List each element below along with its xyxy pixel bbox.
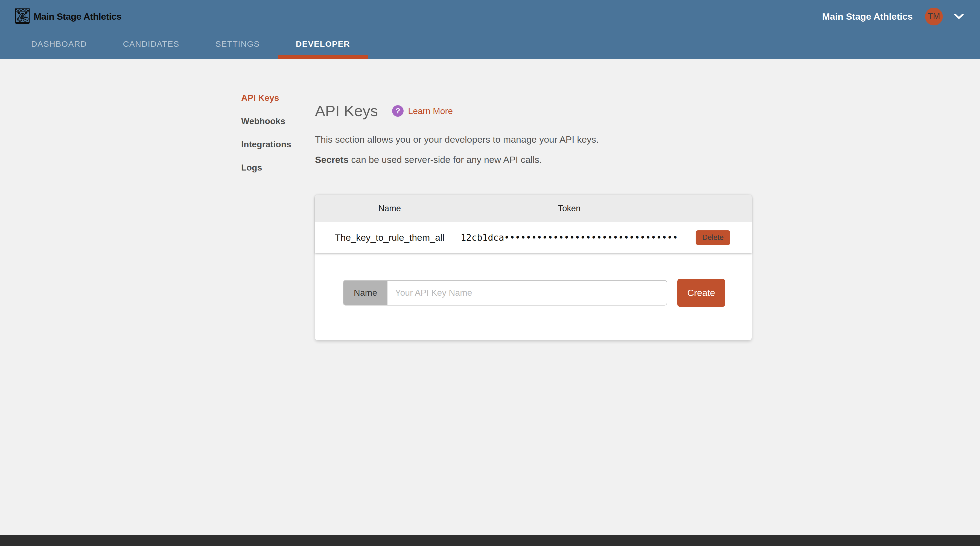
chevron-down-icon[interactable] <box>954 14 964 19</box>
token-mask: •••••••••••••••••••••••••••••••• <box>504 232 678 243</box>
content-area: API Keys Webhooks Integrations Logs API … <box>0 59 980 340</box>
api-key-name: The_key_to_rule_them_all <box>335 232 445 243</box>
sidebar-item-api-keys[interactable]: API Keys <box>241 93 315 103</box>
table-header-row: Name Token <box>315 195 752 222</box>
sidebar-item-integrations[interactable]: Integrations <box>241 140 315 149</box>
token-prefix: 12cb1dca <box>461 232 504 243</box>
api-key-token: 12cb1dca•••••••••••••••••••••••••••••••• <box>461 232 678 243</box>
screen: Main Stage Athletics Main Stage Athletic… <box>0 0 980 546</box>
secrets-note-bold: Secrets <box>315 154 348 165</box>
tab-developer[interactable]: DEVELOPER <box>278 33 368 59</box>
avatar-initials: TM <box>928 11 940 21</box>
brand-logo-text: Main Stage Athletics <box>33 11 121 22</box>
page-title: API Keys <box>315 102 378 120</box>
api-key-name-input[interactable] <box>387 281 667 305</box>
sidebar-item-webhooks[interactable]: Webhooks <box>241 116 315 126</box>
tab-dashboard[interactable]: DASHBOARD <box>13 33 105 59</box>
column-header-token: Token <box>558 203 581 213</box>
main-stage-athletics-logo-icon <box>15 8 30 25</box>
account-name: Main Stage Athletics <box>822 11 913 22</box>
avatar[interactable]: TM <box>925 8 943 25</box>
column-header-name: Name <box>379 203 401 213</box>
name-field-label: Name <box>344 281 387 305</box>
bottom-bar <box>0 535 980 546</box>
learn-more-label: Learn More <box>408 106 453 116</box>
delete-key-button[interactable]: Delete <box>695 230 730 245</box>
brand-logo[interactable]: Main Stage Athletics <box>15 8 121 25</box>
tab-candidates[interactable]: CANDIDATES <box>105 33 197 59</box>
sidebar-item-logs[interactable]: Logs <box>241 163 315 173</box>
top-navigation-bar: Main Stage Athletics Main Stage Athletic… <box>0 0 980 59</box>
table-row: The_key_to_rule_them_all 12cb1dca•••••••… <box>315 222 752 253</box>
api-keys-panel: API Keys ? Learn More This section allow… <box>315 93 980 340</box>
api-keys-table: Name Token The_key_to_rule_them_all 12cb… <box>315 195 752 253</box>
help-question-icon: ? <box>392 105 404 117</box>
api-keys-card: Name Token The_key_to_rule_them_all 12cb… <box>315 195 752 340</box>
developer-side-nav: API Keys Webhooks Integrations Logs <box>241 93 315 340</box>
key-name-input-group: Name <box>343 280 667 306</box>
secrets-note: Secrets can be used server-side for any … <box>315 154 980 165</box>
secrets-note-rest: can be used server-side for any new API … <box>348 154 542 165</box>
tab-settings[interactable]: SETTINGS <box>197 33 278 59</box>
create-key-button[interactable]: Create <box>677 279 725 307</box>
learn-more-link[interactable]: ? Learn More <box>392 105 453 117</box>
section-description: This section allows you or your develope… <box>315 134 980 145</box>
primary-tabs: DASHBOARD CANDIDATES SETTINGS DEVELOPER <box>0 33 980 59</box>
account-menu[interactable]: Main Stage Athletics TM <box>822 8 964 25</box>
create-key-form: Name Create <box>343 279 752 307</box>
